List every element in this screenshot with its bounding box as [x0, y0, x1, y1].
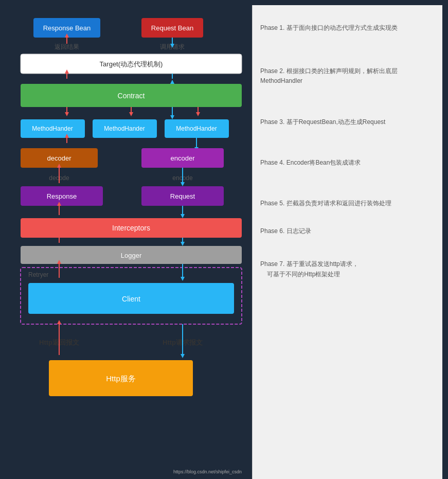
arrowhead-http-up: [57, 320, 61, 324]
methodhandler1-label: MethodHander: [32, 125, 73, 132]
decoder-label: decoder: [47, 154, 72, 162]
phase6-label: Phase 6. 日志记录: [260, 227, 311, 235]
httpservice-label: Http服务: [106, 374, 136, 383]
phase5: Phase 5. 拦截器负责对请求和返回进行装饰处理: [258, 193, 437, 224]
phase-area: Phase 1. 基于面向接口的动态代理方式生成实现类 Phase 2. 根据接…: [252, 5, 442, 479]
interceptors-label: Interceptors: [112, 224, 150, 232]
logger-label: Logger: [121, 252, 142, 259]
arrowhead-logger-down: [181, 242, 185, 246]
arrowhead-client-down: [181, 277, 185, 281]
methodhandler3-label: MethodHander: [176, 125, 217, 132]
phase3: Phase 3. 基于RequestBean,动态生成Request: [258, 112, 437, 153]
arrowhead-mh2-up: [129, 112, 133, 116]
methodhandler2-label: MethodHander: [104, 125, 145, 132]
diagram-area: Response Bean Request Bean 返回结果 调用请求 Tar…: [5, 5, 252, 479]
arrowhead-http-down: [181, 354, 185, 358]
phase2-label: Phase 2. 根据接口类的注解声明规则，解析出底层MethodHandler: [260, 67, 398, 84]
arrowhead-mh1-up: [65, 112, 69, 116]
request-label: Request: [170, 192, 195, 200]
phase7: Phase 7. 基于重试器发送http请求， 可基于不同的Http框架处理: [258, 257, 437, 281]
arrowhead-interceptors-down: [181, 214, 185, 218]
request-bean-label: Request Bean: [151, 24, 193, 32]
encoder-label: encoder: [171, 154, 195, 162]
client-label: Client: [122, 295, 140, 303]
arrowhead-mh3-up: [196, 112, 200, 116]
phase5-label: Phase 5. 拦截器负责对请求和返回进行装饰处理: [260, 200, 391, 207]
phase6: Phase 6. 日志记录: [258, 224, 437, 257]
watermark: https://blog.csdn.net/shipfei_csdn: [173, 469, 242, 474]
arrowhead-request-down: [181, 182, 185, 186]
phase3-label: Phase 3. 基于RequestBean,动态生成Request: [260, 118, 385, 126]
phase1: Phase 1. 基于面向接口的动态代理方式生成实现类: [258, 13, 437, 61]
phase4: Phase 4. Encoder将Bean包装成请求: [258, 153, 437, 193]
phase1-label: Phase 1. 基于面向接口的动态代理方式生成实现类: [260, 24, 398, 31]
phase4-label: Phase 4. Encoder将Bean包装成请求: [260, 159, 361, 166]
target-label: Target(动态代理机制): [100, 60, 163, 68]
phase7-label: Phase 7. 基于重试器发送http请求， 可基于不同的Http框架处理: [260, 260, 359, 277]
phase2: Phase 2. 根据接口类的注解声明规则，解析出底层MethodHandler: [258, 61, 437, 112]
architecture-diagram: Response Bean Request Bean 返回结果 调用请求 Tar…: [13, 10, 249, 478]
contract-label: Contract: [118, 92, 145, 100]
arrowhead-contract-down: [170, 80, 174, 84]
arrowhead-mh3-down: [170, 115, 174, 119]
retryer-label: Retryer: [28, 271, 48, 278]
response-label: Response: [47, 192, 77, 200]
main-container: Response Bean Request Bean 返回结果 调用请求 Tar…: [0, 0, 448, 479]
return-result-label: 返回结果: [55, 43, 79, 50]
response-bean-label: Response Bean: [43, 24, 91, 32]
